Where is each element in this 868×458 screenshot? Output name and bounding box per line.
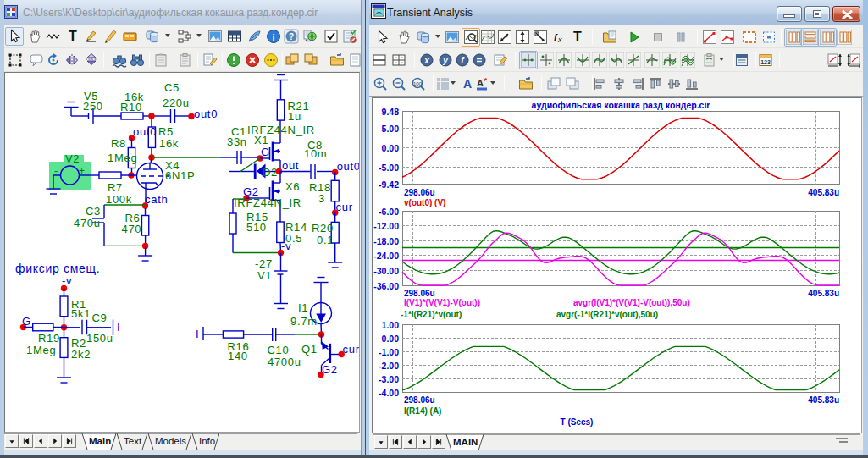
- svg-text:100: 100: [413, 81, 423, 86]
- svg-text:i: i: [272, 32, 274, 42]
- svg-text:R19: R19: [38, 332, 60, 345]
- svg-text:out0: out0: [194, 108, 218, 120]
- svg-text:I: I: [117, 321, 120, 334]
- svg-text:-36.00: -36.00: [373, 281, 399, 291]
- svg-text:405.83u: 405.83u: [808, 289, 839, 298]
- svg-text:298.06u: 298.06u: [404, 188, 435, 197]
- svg-text:out: out: [282, 159, 299, 172]
- svg-text:-2.00: -2.00: [379, 361, 399, 371]
- svg-text:T (Secs): T (Secs): [561, 417, 594, 427]
- svg-text:cur: cur: [343, 343, 360, 356]
- svg-text:510: 510: [246, 221, 267, 234]
- svg-text:out0: out0: [133, 125, 157, 138]
- svg-text:x: x: [557, 36, 562, 44]
- svg-text:470: 470: [122, 223, 142, 235]
- svg-text:298.06u: 298.06u: [404, 289, 435, 298]
- svg-text:T: T: [69, 29, 77, 43]
- svg-text:10m: 10m: [304, 147, 327, 160]
- svg-text:Q1: Q1: [301, 343, 318, 356]
- svg-text:-4.00: -4.00: [379, 388, 399, 398]
- svg-text:-24.00: -24.00: [373, 251, 399, 261]
- svg-text:out0: out0: [337, 160, 359, 173]
- svg-text:470u: 470u: [74, 217, 101, 229]
- svg-text:-1*I(R21)*v(out): -1*I(R21)*v(out): [401, 310, 462, 319]
- svg-text:Models: Models: [155, 436, 186, 446]
- svg-text:y: y: [442, 56, 448, 65]
- svg-text:Text: Text: [124, 436, 142, 446]
- svg-text:5k1: 5k1: [71, 307, 91, 320]
- svg-text:-v: -v: [281, 240, 291, 252]
- svg-text:G: G: [261, 146, 270, 158]
- svg-text:9.7m: 9.7m: [290, 315, 318, 328]
- svg-text:avgr(I(V1)*(V(V1)-V(out)),50u): avgr(I(V1)*(V(V1)-V(out)),50u): [573, 298, 690, 307]
- svg-text:аудиофильская кокашка разд кон: аудиофильская кокашка разд кондер.cir: [532, 100, 710, 110]
- svg-text:1.00: 1.00: [382, 320, 400, 330]
- svg-text:-3.00: -3.00: [379, 374, 399, 384]
- svg-text:V2: V2: [65, 152, 80, 165]
- svg-text:5.00: 5.00: [382, 124, 400, 134]
- svg-text:-v: -v: [62, 274, 72, 287]
- svg-text:405.83u: 405.83u: [808, 188, 839, 197]
- svg-text:A: A: [477, 78, 484, 88]
- svg-text:123: 123: [760, 59, 771, 65]
- svg-text:G2: G2: [322, 363, 338, 376]
- svg-text:I: I: [196, 328, 199, 340]
- svg-text:-18.00: -18.00: [373, 236, 399, 246]
- svg-text:1u: 1u: [288, 110, 301, 123]
- svg-text:16k: 16k: [159, 137, 179, 150]
- svg-text:C9: C9: [92, 312, 108, 324]
- svg-text:-27: -27: [255, 257, 273, 270]
- svg-text:9.48: 9.48: [382, 107, 400, 117]
- svg-text:33n: 33n: [227, 135, 247, 148]
- svg-text:220u: 220u: [163, 97, 190, 109]
- svg-text:R5: R5: [158, 125, 174, 138]
- svg-text:2k2: 2k2: [71, 348, 91, 361]
- svg-text:C5: C5: [164, 81, 180, 94]
- svg-text:D2: D2: [263, 166, 278, 179]
- svg-text:cath: cath: [145, 193, 168, 206]
- svg-text:100k: 100k: [106, 193, 132, 206]
- svg-text:-6.00: -6.00: [379, 207, 399, 217]
- svg-text:0.1: 0.1: [317, 234, 334, 246]
- svg-text:0.00: 0.00: [382, 143, 400, 153]
- svg-text:-9.42: -9.42: [379, 179, 399, 190]
- svg-text:I1: I1: [298, 301, 308, 314]
- svg-text:Main: Main: [89, 436, 111, 446]
- svg-text:C3: C3: [86, 205, 101, 218]
- svg-text:R7: R7: [108, 181, 123, 194]
- svg-text:A: A: [463, 77, 472, 91]
- svg-text:R8: R8: [111, 137, 126, 150]
- svg-text:v(out0) (V): v(out0) (V): [404, 198, 445, 207]
- svg-text:-30.00: -30.00: [373, 266, 399, 276]
- svg-text:R10: R10: [120, 101, 142, 113]
- svg-text:1Meg: 1Meg: [108, 152, 137, 164]
- svg-text:4700u: 4700u: [268, 356, 301, 368]
- svg-text:T: T: [573, 30, 582, 44]
- svg-text:x: x: [423, 56, 429, 65]
- svg-text:C10: C10: [268, 344, 290, 356]
- svg-text:250: 250: [83, 100, 103, 113]
- svg-text:0.00: 0.00: [382, 334, 400, 344]
- svg-text:MAIN: MAIN: [453, 437, 478, 447]
- svg-text:298.06u: 298.06u: [404, 395, 435, 405]
- svg-text:1Meg: 1Meg: [26, 344, 56, 356]
- svg-text:I(R14) (A): I(R14) (A): [404, 406, 441, 416]
- svg-text:фиксир смещ.: фиксир смещ.: [15, 262, 100, 275]
- svg-text:140: 140: [228, 350, 248, 362]
- svg-text:150u: 150u: [86, 332, 113, 345]
- svg-text:X1: X1: [254, 134, 268, 146]
- svg-text:405.83u: 405.83u: [808, 395, 839, 405]
- svg-text:-5.00: -5.00: [379, 163, 399, 173]
- svg-text:3: 3: [318, 192, 325, 205]
- svg-text:avgr(-1*I(R21)*v(out),50u): avgr(-1*I(R21)*v(out),50u): [556, 310, 658, 319]
- svg-text:X6: X6: [285, 180, 300, 193]
- svg-text:I(V1)*(V(V1)-V(out)): I(V1)*(V(V1)-V(out)): [404, 298, 480, 307]
- svg-text:-1.00: -1.00: [379, 347, 399, 357]
- svg-text:V1: V1: [257, 269, 272, 282]
- svg-text:cur: cur: [336, 201, 353, 213]
- svg-text:?: ?: [289, 32, 294, 41]
- svg-text:-12.00: -12.00: [373, 221, 399, 231]
- svg-text:6N1P: 6N1P: [165, 169, 195, 182]
- svg-text:Info: Info: [199, 436, 215, 446]
